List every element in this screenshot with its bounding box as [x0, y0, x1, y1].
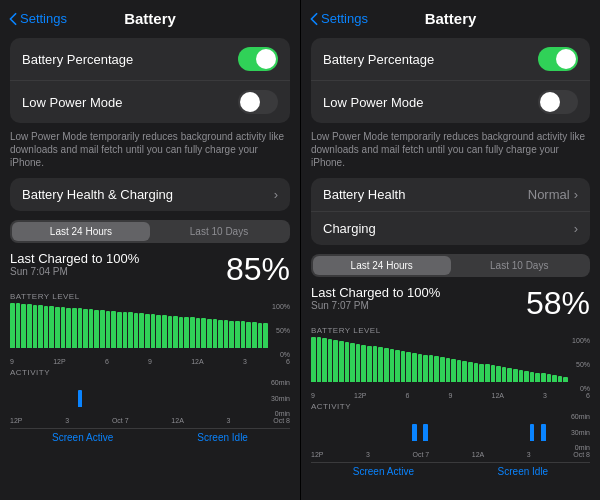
battery-time-label: 12P — [354, 392, 366, 399]
charging-label: Charging — [323, 221, 376, 236]
activity-chart-lines: 60min30min0min — [571, 413, 590, 451]
low-power-mode-row[interactable]: Low Power Mode — [311, 81, 590, 123]
battery-bar — [367, 346, 372, 382]
activity-bar — [530, 424, 535, 441]
battery-bar — [184, 317, 189, 348]
activity-date-label: 3 — [527, 451, 531, 458]
tab-last-24-hours[interactable]: Last 24 Hours — [12, 222, 150, 241]
activity-line-label: 0min — [575, 444, 590, 451]
nav-back-button[interactable]: Settings — [8, 11, 67, 26]
battery-bar — [485, 364, 490, 382]
battery-bar — [390, 349, 395, 382]
stat-subtitle: Sun 7:07 PM — [311, 300, 440, 311]
battery-time-label: 9 — [148, 358, 152, 365]
battery-bar — [94, 310, 99, 348]
activity-bar — [423, 424, 428, 441]
battery-percentage-row[interactable]: Battery Percentage — [10, 38, 290, 81]
battery-health-charging-row[interactable]: Battery Health & Charging › — [10, 178, 290, 211]
activity-bar-chart: 60min30min0min — [311, 413, 590, 451]
battery-bar — [61, 307, 66, 348]
charging-row[interactable]: Charging › — [311, 212, 590, 245]
stat-percent: 58% — [526, 285, 590, 322]
battery-bar — [446, 358, 451, 382]
battery-bar — [100, 310, 105, 348]
battery-bar — [530, 372, 535, 382]
activity-bar — [412, 424, 417, 441]
battery-bar — [162, 315, 167, 348]
low-power-mode-toggle[interactable] — [238, 90, 278, 114]
battery-bar — [78, 308, 83, 348]
battery-bar — [423, 355, 428, 382]
battery-bar — [333, 340, 338, 382]
battery-bar — [384, 348, 389, 382]
low-power-mode-row[interactable]: Low Power Mode — [10, 81, 290, 123]
nav-back-label: Settings — [321, 11, 368, 26]
battery-bar — [235, 321, 240, 348]
battery-bar — [491, 365, 496, 382]
tab-last-10-days[interactable]: Last 10 Days — [451, 256, 589, 275]
settings-group-toggles: Battery Percentage Low Power Mode — [10, 38, 290, 123]
battery-health-row[interactable]: Battery Health Normal › — [311, 178, 590, 212]
battery-bar — [196, 318, 201, 348]
nav-back-button[interactable]: Settings — [309, 11, 368, 26]
battery-percentage-toggle[interactable] — [238, 47, 278, 71]
activity-date-label: 12P — [311, 451, 323, 458]
tab-last-10-days[interactable]: Last 10 Days — [150, 222, 288, 241]
battery-bar — [339, 341, 344, 382]
activity-line-label: 60min — [571, 413, 590, 420]
screen-active-link[interactable]: Screen Active — [353, 466, 414, 477]
battery-bar — [201, 318, 206, 348]
battery-bar — [418, 354, 423, 382]
battery-chart-lines: 100%50%0% — [572, 337, 590, 392]
chevron-icon: › — [574, 221, 578, 236]
battery-bar — [507, 368, 512, 382]
battery-bar — [44, 306, 49, 348]
battery-health-label: Battery Health — [323, 187, 405, 202]
activity-date-label: Oct 7 — [412, 451, 429, 458]
battery-bar — [519, 370, 524, 382]
battery-bar — [145, 314, 150, 348]
battery-health-value: Normal — [528, 187, 570, 202]
battery-percentage-label: Battery Percentage — [22, 52, 133, 67]
battery-time-label: 6 — [105, 358, 109, 365]
battery-percentage-toggle[interactable] — [538, 47, 578, 71]
battery-percentage-row[interactable]: Battery Percentage — [311, 38, 590, 81]
battery-bar — [350, 343, 355, 382]
activity-bar — [78, 390, 83, 407]
battery-bar — [207, 319, 212, 348]
battery-bar — [83, 309, 88, 348]
battery-bar — [462, 361, 467, 382]
battery-bar — [317, 337, 322, 382]
battery-line-label: 0% — [580, 385, 590, 392]
screen-idle-link[interactable]: Screen Idle — [498, 466, 549, 477]
battery-bar — [468, 362, 473, 382]
screen-active-link[interactable]: Screen Active — [52, 432, 113, 443]
footer-row: Screen Active Screen Idle — [301, 463, 600, 480]
stat-title: Last Charged to 100% — [311, 285, 440, 300]
battery-bar — [513, 369, 518, 382]
battery-time-label: 3 — [243, 358, 247, 365]
screen-idle-link[interactable]: Screen Idle — [197, 432, 248, 443]
tab-last-24-hours[interactable]: Last 24 Hours — [313, 256, 451, 275]
battery-bar — [128, 312, 133, 348]
low-power-mode-toggle[interactable] — [538, 90, 578, 114]
activity-chart-lines: 60min30min0min — [271, 379, 290, 417]
battery-bar — [434, 356, 439, 382]
tab-bar: Last 24 Hours Last 10 Days — [311, 254, 590, 277]
battery-bar — [474, 363, 479, 382]
battery-time-label: 9 — [311, 392, 315, 399]
battery-bar — [356, 344, 361, 382]
battery-bar — [412, 353, 417, 382]
battery-bar — [311, 337, 316, 382]
activity-line-label: 30min — [271, 395, 290, 402]
battery-time-label: 12P — [53, 358, 65, 365]
settings-group-toggles: Battery Percentage Low Power Mode — [311, 38, 590, 123]
battery-bar — [496, 366, 501, 382]
battery-bar — [378, 347, 383, 382]
activity-line-label: 0min — [275, 410, 290, 417]
activity-line-label: 30min — [571, 429, 590, 436]
activity-date-labels: 12P3Oct 712A3Oct 8 — [311, 451, 590, 458]
battery-bars-container — [10, 303, 268, 348]
activity-bars-container — [10, 379, 268, 407]
battery-bar — [502, 367, 507, 382]
